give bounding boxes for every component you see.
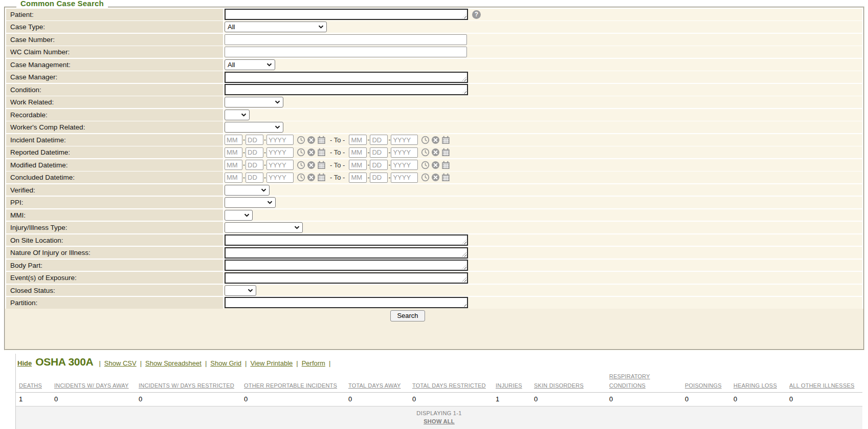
workers-comp-related-select[interactable] <box>225 122 283 133</box>
condition-textarea[interactable] <box>225 84 468 95</box>
concluded-datetime-from-mm-input[interactable] <box>225 173 242 183</box>
sort-link-incidents-w-days-away[interactable]: INCIDENTS W/ DAYS AWAY <box>54 382 129 389</box>
osha-link-show-grid[interactable]: Show Grid <box>210 359 241 367</box>
time-picker-icon[interactable] <box>297 136 305 144</box>
concluded-datetime-from-yyyy-input[interactable] <box>266 173 294 183</box>
reported-datetime-to-dd-input[interactable] <box>370 147 388 158</box>
patient-textarea-field[interactable] <box>226 10 467 19</box>
modified-datetime-from-dd-input[interactable] <box>246 160 263 170</box>
verified-select[interactable] <box>225 185 270 196</box>
calendar-icon[interactable] <box>317 173 326 182</box>
incident-datetime-from-mm-input[interactable] <box>225 135 242 145</box>
modified-datetime-to-yyyy-input[interactable] <box>391 160 418 170</box>
search-button[interactable]: Search <box>390 310 425 321</box>
sort-link-deaths[interactable]: DEATHS <box>19 382 42 389</box>
show-all-link[interactable]: SHOW ALL <box>424 418 455 424</box>
recordable-select[interactable] <box>225 110 250 120</box>
incident-datetime-to-mm-input[interactable] <box>349 135 367 145</box>
clear-date-icon[interactable] <box>431 161 440 169</box>
value-cell-ppi <box>224 197 862 208</box>
sort-link-total-days-away[interactable]: TOTAL DAYS AWAY <box>348 382 400 389</box>
modified-datetime-to-dd-input[interactable] <box>370 160 388 170</box>
incident-datetime-to-yyyy-input[interactable] <box>391 135 418 145</box>
sort-link-incidents-w-days-restricted[interactable]: INCIDENTS W/ DAYS RESTRICTED <box>139 382 234 389</box>
mmi-select[interactable] <box>225 210 253 221</box>
events-of-exposure-textarea[interactable] <box>225 272 468 284</box>
time-picker-icon[interactable] <box>297 173 305 182</box>
body-part-textarea-field[interactable] <box>226 261 467 270</box>
incident-datetime-from-yyyy-input[interactable] <box>266 135 294 145</box>
reported-datetime-from-mm-input[interactable] <box>225 147 242 158</box>
wc-claim-number-input[interactable] <box>225 47 467 57</box>
nature-of-injury-or-illness-textarea-field[interactable] <box>226 248 467 258</box>
reported-datetime-to-mm-input[interactable] <box>349 147 367 158</box>
time-picker-icon[interactable] <box>421 136 430 144</box>
help-icon[interactable]: ? <box>472 10 481 19</box>
range-to-separator: - To - <box>330 136 345 144</box>
calendar-icon[interactable] <box>441 173 450 182</box>
clear-date-icon[interactable] <box>307 148 316 157</box>
on-site-location-textarea[interactable] <box>225 234 468 246</box>
case-type-select[interactable]: All <box>225 22 327 32</box>
concluded-datetime-to-yyyy-input[interactable] <box>391 173 418 183</box>
patient-textarea[interactable] <box>225 9 468 20</box>
concluded-datetime-to-dd-input[interactable] <box>370 173 388 183</box>
case-number-input[interactable] <box>225 34 467 45</box>
clear-date-icon[interactable] <box>431 136 440 144</box>
modified-datetime-from-yyyy-input[interactable] <box>266 160 294 170</box>
osha-link-perform[interactable]: Perform <box>302 359 325 367</box>
sort-link-respiratory-conditions[interactable]: RESPIRATORY CONDITIONS <box>609 373 650 389</box>
sort-link-poisonings[interactable]: POISONINGS <box>685 382 722 389</box>
body-part-textarea[interactable] <box>225 260 468 271</box>
ppi-select[interactable] <box>225 197 276 208</box>
time-picker-icon[interactable] <box>297 161 305 169</box>
clear-date-icon[interactable] <box>431 173 440 182</box>
concluded-datetime-from-dd-input[interactable] <box>246 173 263 183</box>
sort-link-other-reportable-incidents[interactable]: OTHER REPORTABLE INCIDENTS <box>244 382 337 389</box>
reported-datetime-from-dd-input[interactable] <box>246 147 263 158</box>
osha-link-view-printable[interactable]: View Printable <box>250 359 293 367</box>
injury-illness-type-select[interactable] <box>225 222 303 233</box>
incident-datetime-from-dd-input[interactable] <box>246 135 263 145</box>
hide-link[interactable]: Hide <box>17 359 32 367</box>
closed-status-select[interactable] <box>225 285 256 296</box>
sort-link-hearing-loss[interactable]: HEARING LOSS <box>733 382 777 389</box>
calendar-icon[interactable] <box>441 161 450 169</box>
condition-textarea-field[interactable] <box>226 85 467 94</box>
sort-link-total-days-restricted[interactable]: TOTAL DAYS RESTRICTED <box>412 382 486 389</box>
clear-date-icon[interactable] <box>307 161 316 169</box>
calendar-icon[interactable] <box>441 148 450 157</box>
events-of-exposure-textarea-field[interactable] <box>226 273 467 283</box>
reported-datetime-to-yyyy-input[interactable] <box>391 147 418 158</box>
time-picker-icon[interactable] <box>421 161 430 169</box>
case-manager-textarea-field[interactable] <box>226 73 467 82</box>
nature-of-injury-or-illness-textarea[interactable] <box>225 247 468 259</box>
sort-link-skin-disorders[interactable]: SKIN DISORDERS <box>534 382 584 389</box>
sort-link-injuries[interactable]: INJURIES <box>496 382 522 389</box>
case-management-select[interactable]: All <box>225 59 275 70</box>
case-manager-textarea[interactable] <box>225 72 468 83</box>
partition-textarea[interactable] <box>225 297 468 308</box>
partition-textarea-field[interactable] <box>226 298 467 307</box>
calendar-icon[interactable] <box>317 136 326 144</box>
incident-datetime-to-dd-input[interactable] <box>370 135 388 145</box>
concluded-datetime-to-mm-input[interactable] <box>349 173 367 183</box>
clear-date-icon[interactable] <box>307 136 316 144</box>
calendar-icon[interactable] <box>317 161 326 169</box>
modified-datetime-to-mm-input[interactable] <box>349 160 367 170</box>
time-picker-icon[interactable] <box>421 173 430 182</box>
work-related-select[interactable] <box>225 97 283 108</box>
clear-date-icon[interactable] <box>431 148 440 157</box>
sort-link-all-other-illnesses[interactable]: ALL OTHER ILLNESSES <box>789 382 855 389</box>
osha-link-show-spreadsheet[interactable]: Show Spreadsheet <box>145 359 202 367</box>
time-picker-icon[interactable] <box>297 148 305 157</box>
on-site-location-textarea-field[interactable] <box>226 235 467 245</box>
reported-datetime-from-yyyy-input[interactable] <box>266 147 294 158</box>
osha-link-show-csv[interactable]: Show CSV <box>104 359 137 367</box>
time-picker-icon[interactable] <box>421 148 430 157</box>
date-dash-separator: - <box>243 174 245 181</box>
calendar-icon[interactable] <box>317 148 326 157</box>
calendar-icon[interactable] <box>441 136 450 144</box>
modified-datetime-from-mm-input[interactable] <box>225 160 242 170</box>
clear-date-icon[interactable] <box>307 173 316 182</box>
